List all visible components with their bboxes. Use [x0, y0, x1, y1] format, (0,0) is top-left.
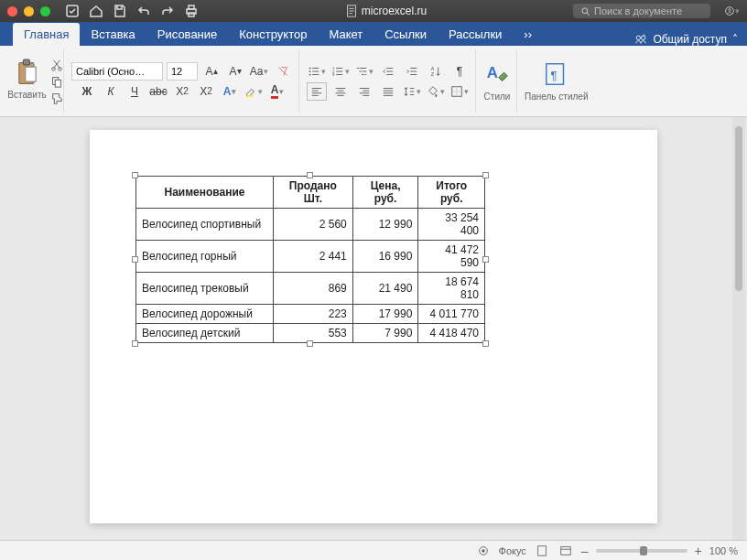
table-row[interactable]: Велосипед трековый86921 49018 674 810	[136, 273, 485, 305]
resize-handle[interactable]	[482, 340, 489, 347]
resize-handle[interactable]	[132, 256, 138, 263]
print-layout-icon[interactable]	[534, 544, 550, 558]
cell-qty[interactable]: 2 560	[274, 209, 353, 241]
decrease-font-icon[interactable]: A▾	[225, 62, 245, 81]
tab-home[interactable]: Главная	[13, 23, 80, 46]
cell-name[interactable]: Велосипед детский	[136, 324, 274, 343]
col-header[interactable]: Продано Шт.	[274, 177, 353, 209]
zoom-level[interactable]: 100 %	[709, 545, 738, 556]
tab-draw[interactable]: Рисование	[146, 23, 228, 46]
italic-button[interactable]: К	[101, 82, 121, 101]
cell-total[interactable]: 4 011 770	[418, 305, 485, 324]
cell-name[interactable]: Велосипед трековый	[136, 273, 274, 305]
cell-price[interactable]: 21 490	[352, 273, 418, 305]
zoom-in-button[interactable]: +	[695, 544, 702, 558]
cell-price[interactable]: 12 990	[352, 209, 418, 241]
tab-insert[interactable]: Вставка	[80, 23, 146, 46]
resize-handle[interactable]	[307, 172, 313, 178]
maximize-window-button[interactable]	[40, 6, 50, 16]
align-center-icon[interactable]	[330, 82, 351, 101]
show-marks-icon[interactable]: ¶	[449, 62, 470, 81]
zoom-slider[interactable]	[596, 549, 687, 553]
multilevel-list-icon[interactable]: ▾	[354, 62, 374, 81]
resize-handle[interactable]	[307, 340, 313, 347]
resize-handle[interactable]	[482, 256, 489, 263]
strikethrough-button[interactable]: abc	[148, 82, 168, 101]
autosave-icon[interactable]	[65, 4, 80, 18]
minimize-window-button[interactable]	[24, 6, 34, 16]
cell-total[interactable]: 33 254 400	[418, 209, 485, 241]
vertical-scrollbar[interactable]	[732, 117, 745, 540]
font-size-select[interactable]	[167, 62, 198, 81]
ribbon-toggle-icon[interactable]: ˄	[732, 33, 738, 46]
page[interactable]: Наименование Продано Шт. Цена, руб. Итог…	[90, 130, 657, 523]
superscript-button[interactable]: X2	[196, 82, 216, 101]
home-icon[interactable]	[89, 4, 103, 18]
cell-name[interactable]: Велосипед спортивный	[136, 209, 274, 241]
close-window-button[interactable]	[7, 6, 17, 16]
paste-icon[interactable]	[15, 59, 40, 88]
align-right-icon[interactable]	[354, 82, 374, 101]
cell-total[interactable]: 41 472 590	[418, 241, 485, 273]
align-left-icon[interactable]	[307, 82, 327, 101]
sort-icon[interactable]: AZ	[426, 62, 446, 81]
print-icon[interactable]	[184, 4, 199, 18]
tab-mailings[interactable]: Рассылки	[438, 23, 513, 46]
table-row[interactable]: Велосипед дорожный22317 9904 011 770	[136, 305, 485, 324]
clear-format-icon[interactable]	[273, 62, 293, 81]
text-effects-icon[interactable]: A▾	[220, 82, 240, 101]
cell-qty[interactable]: 869	[274, 273, 353, 305]
undo-icon[interactable]	[136, 4, 151, 18]
font-name-select[interactable]	[71, 62, 163, 81]
resize-handle[interactable]	[482, 172, 489, 178]
cell-name[interactable]: Велосипед дорожный	[136, 305, 274, 324]
col-header[interactable]: Цена, руб.	[352, 177, 418, 209]
highlight-icon[interactable]: ▾	[244, 82, 264, 101]
cell-name[interactable]: Велосипед горный	[136, 241, 274, 273]
shading-icon[interactable]: ▾	[426, 82, 446, 101]
resize-handle[interactable]	[132, 340, 138, 347]
numbering-icon[interactable]: 123▾	[330, 62, 351, 81]
cell-price[interactable]: 7 990	[352, 324, 418, 343]
scrollbar-thumb[interactable]	[735, 126, 742, 291]
bullets-icon[interactable]: ▾	[307, 62, 327, 81]
increase-font-icon[interactable]: A▴	[201, 62, 222, 81]
data-table[interactable]: Наименование Продано Шт. Цена, руб. Итог…	[135, 176, 485, 343]
borders-icon[interactable]: ▾	[449, 82, 470, 101]
change-case-icon[interactable]: Aa▾	[249, 62, 269, 81]
justify-icon[interactable]	[378, 82, 398, 101]
cell-total[interactable]: 4 418 470	[418, 324, 485, 343]
cell-total[interactable]: 18 674 810	[418, 273, 485, 305]
styles-pane-icon[interactable]: ¶	[543, 60, 570, 88]
cell-qty[interactable]: 2 441	[274, 241, 353, 273]
user-account-icon[interactable]: ▾	[725, 4, 740, 18]
increase-indent-icon[interactable]	[402, 62, 422, 81]
col-header[interactable]: Наименование	[136, 177, 274, 209]
table-row[interactable]: Велосипед спортивный2 56012 99033 254 40…	[136, 209, 485, 241]
search-input[interactable]: Поиск в документе	[573, 4, 710, 18]
font-color-icon[interactable]: A▾	[267, 82, 287, 101]
copy-icon[interactable]	[50, 75, 63, 88]
zoom-slider-thumb[interactable]	[640, 546, 647, 555]
decrease-indent-icon[interactable]	[378, 62, 398, 81]
tab-layout[interactable]: Макет	[318, 23, 374, 46]
cell-price[interactable]: 17 990	[352, 305, 418, 324]
tab-references[interactable]: Ссылки	[374, 23, 438, 46]
bold-button[interactable]: Ж	[77, 82, 97, 101]
cell-qty[interactable]: 223	[274, 305, 353, 324]
line-spacing-icon[interactable]: ▾	[402, 82, 422, 101]
cut-icon[interactable]	[50, 59, 63, 71]
styles-icon[interactable]: A	[483, 60, 511, 88]
redo-icon[interactable]	[160, 4, 175, 18]
zoom-out-button[interactable]: –	[581, 544, 589, 558]
tab-design[interactable]: Конструктор	[228, 23, 318, 46]
resize-handle[interactable]	[132, 172, 138, 178]
focus-mode-icon[interactable]	[475, 544, 492, 558]
web-layout-icon[interactable]	[558, 544, 574, 558]
share-button[interactable]: Общий доступ	[653, 33, 727, 46]
underline-button[interactable]: Ч	[124, 82, 145, 101]
tab-more[interactable]: ››	[513, 23, 543, 46]
save-icon[interactable]	[113, 4, 127, 18]
subscript-button[interactable]: X2	[172, 82, 192, 101]
cell-price[interactable]: 16 990	[352, 241, 418, 273]
